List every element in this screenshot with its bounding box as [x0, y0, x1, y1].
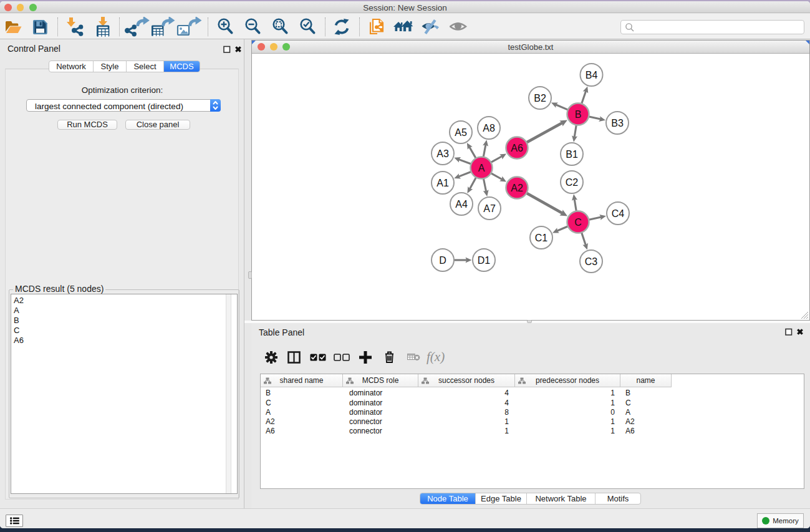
svg-text:A7: A7	[483, 203, 496, 214]
svg-text:B2: B2	[534, 93, 546, 104]
svg-text:A6: A6	[511, 143, 523, 153]
svg-text:C2: C2	[566, 177, 579, 188]
svg-text:B4: B4	[586, 70, 598, 80]
svg-text:D1: D1	[478, 255, 491, 266]
svg-text:A4: A4	[455, 199, 468, 210]
svg-text:A1: A1	[436, 178, 449, 188]
svg-text:B3: B3	[611, 118, 624, 128]
svg-text:C3: C3	[585, 256, 598, 267]
svg-text:A3: A3	[436, 148, 449, 159]
svg-text:B1: B1	[566, 149, 578, 160]
svg-text:A2: A2	[511, 183, 523, 193]
svg-text:C1: C1	[535, 233, 548, 243]
svg-text:A5: A5	[455, 127, 467, 138]
svg-text:A: A	[478, 163, 485, 173]
svg-text:B: B	[575, 109, 582, 120]
svg-text:D: D	[439, 255, 446, 266]
svg-text:A8: A8	[483, 123, 495, 133]
svg-text:C: C	[574, 217, 582, 228]
svg-text:C4: C4	[612, 208, 625, 219]
